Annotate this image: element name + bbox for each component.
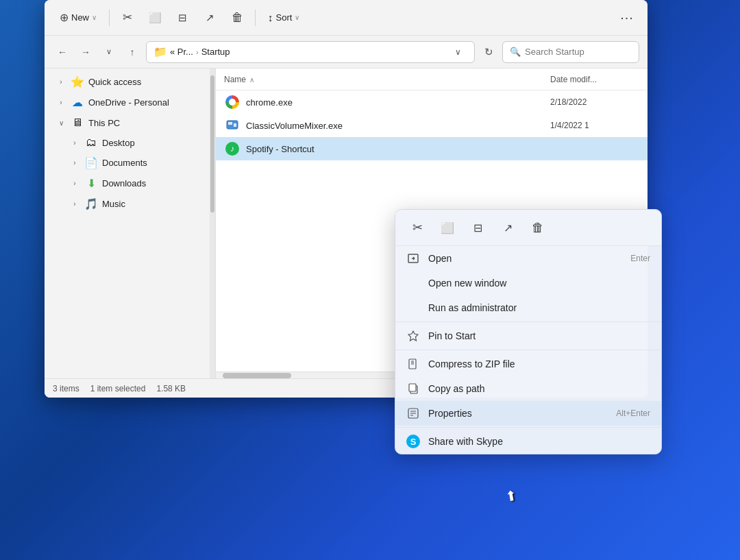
classicvolume-file-icon [224,117,241,134]
forward-icon: → [81,47,90,58]
mouse-cursor: ⬆ [504,487,519,506]
onedrive-expand-icon: › [56,97,66,108]
new-button[interactable]: ⊕ New ∨ [53,5,103,30]
new-dropdown-icon: ∨ [92,14,97,21]
ctx-copy-path-item[interactable]: Copy as path [395,376,661,401]
sort-button[interactable]: ↕ Sort ∨ [261,5,306,30]
ctx-delete-icon: 🗑 [532,221,544,235]
sidebar-item-onedrive[interactable]: › ☁ OneDrive - Personal [47,93,212,112]
music-expand-icon: › [69,199,80,210]
ctx-pin-to-start-label: Pin to Start [428,330,642,341]
ctx-share-skype-item[interactable]: S Share with Skype [395,429,661,454]
paste-button[interactable]: ⊟ [170,5,195,30]
copy-icon: ⬜ [149,12,162,24]
sidebar-item-downloads[interactable]: › ⬇ Downloads [47,173,212,193]
back-button[interactable]: ← [53,42,72,62]
back-icon: ← [58,47,67,58]
ctx-open-new-window-item[interactable]: Open new window [395,271,661,295]
ctx-open-item[interactable]: Open Enter [395,246,661,271]
search-box[interactable]: 🔍 [502,41,639,63]
this-pc-icon: 🖥 [71,117,84,129]
ctx-run-as-admin-item[interactable]: Run as administrator [395,295,661,320]
sidebar-scrollbar-thumb[interactable] [210,75,214,212]
new-icon: ⊕ [60,11,69,24]
ctx-delete-button[interactable]: 🗑 [524,215,552,240]
ctx-pin-to-start-item[interactable]: Pin to Start [395,324,661,348]
sidebar-item-quick-access[interactable]: › ⭐ Quick access [47,72,212,92]
ctx-copy-path-icon [406,382,420,395]
ctx-open-label: Open [428,253,622,264]
cut-icon: ✂ [123,10,132,25]
path-breadcrumb: « Pr... › Startup [170,47,230,57]
delete-button[interactable]: 🗑 [225,5,249,30]
sort-label: Sort [276,12,293,23]
quick-access-label: Quick access [88,77,141,87]
sort-arrow-icon: ↕ [268,12,273,23]
ctx-rename-button[interactable]: ⊟ [464,215,491,240]
ctx-cut-button[interactable]: ✂ [404,215,431,240]
spotify-filename: Spotify - Shortcut [246,144,550,154]
onedrive-label: OneDrive - Personal [88,97,169,108]
svg-rect-9 [409,384,416,391]
ctx-skype-icon: S [406,435,420,448]
cut-button[interactable]: ✂ [115,5,140,30]
file-item-chrome[interactable]: chrome.exe 2/18/2022 [216,90,648,114]
column-header-date[interactable]: Date modif... [550,75,639,84]
paste-icon: ⊟ [178,12,187,24]
delete-icon: 🗑 [232,11,243,25]
sidebar-item-this-pc[interactable]: ∨ 🖥 This PC [47,113,212,132]
more-options-button[interactable]: ··· [615,5,639,30]
ctx-copy-icon: ⬜ [441,221,454,234]
search-input[interactable] [525,47,621,57]
sort-arrow-icon: ∧ [249,76,254,84]
up-button[interactable]: ↑ [123,42,142,62]
column-header-name[interactable]: Name ∧ [224,75,550,84]
share-icon: ↗ [206,12,214,24]
refresh-icon: ↻ [484,46,493,58]
ctx-compress-zip-label: Compress to ZIP file [428,358,642,369]
ctx-rename-icon: ⊟ [473,221,482,234]
forward-button[interactable]: → [76,42,95,62]
ctx-share-icon: ↗ [504,221,513,234]
sidebar-item-documents[interactable]: › 📄 Documents [47,153,212,173]
music-label: Music [102,199,125,209]
downloads-icon: ⬇ [84,177,98,190]
share-button[interactable]: ↗ [197,5,222,30]
toolbar-separator-1 [109,10,110,26]
ctx-open-icon [406,252,420,265]
classicvolume-date: 1/4/2022 1 [550,121,639,130]
documents-icon: 📄 [84,156,98,169]
ctx-copy-button[interactable]: ⬜ [434,215,461,240]
path-dropdown-button[interactable]: ∨ [448,42,467,62]
search-icon: 🔍 [510,47,521,57]
path-prefix: « Pr... [170,47,193,57]
ctx-properties-item[interactable]: Properties Alt+Enter [395,401,661,426]
sidebar-item-desktop[interactable]: › 🗂 Desktop [47,133,212,152]
chrome-date: 2/18/2022 [550,97,639,107]
ctx-properties-icon [406,406,420,420]
horizontal-scrollbar-thumb[interactable] [223,373,291,378]
address-path[interactable]: 📁 « Pr... › Startup ∨ [146,41,475,63]
ctx-separator-2 [395,350,661,350]
new-label: New [71,12,89,23]
toolbar: ⊕ New ∨ ✂ ⬜ ⊟ ↗ 🗑 ↕ Sort ∨ ··· [45,0,648,36]
file-item-spotify[interactable]: ♪ Spotify - Shortcut [216,137,648,160]
ctx-open-new-window-icon [406,276,420,290]
downloads-expand-icon: › [69,178,80,189]
sidebar: › ⭐ Quick access › ☁ OneDrive - Personal… [45,69,216,378]
ctx-open-shortcut: Enter [630,254,650,263]
copy-button[interactable]: ⬜ [143,5,167,30]
ctx-share-button[interactable]: ↗ [494,215,521,240]
chrome-file-icon [224,94,241,110]
ctx-share-skype-label: Share with Skype [428,436,642,447]
toolbar-separator-2 [255,10,256,26]
sidebar-item-music[interactable]: › 🎵 Music [47,194,212,214]
file-item-classicvolumemixer[interactable]: ClassicVolumeMixer.exe 1/4/2022 1 [216,114,648,137]
context-menu-toolbar: ✂ ⬜ ⊟ ↗ 🗑 [395,210,661,246]
items-count: 3 items [53,384,79,393]
ctx-compress-zip-item[interactable]: Compress to ZIP file [395,352,661,376]
recent-locations-button[interactable]: ∨ [99,42,119,62]
ctx-cut-icon: ✂ [412,220,423,235]
refresh-button[interactable]: ↻ [479,42,498,62]
documents-label: Documents [102,158,147,168]
